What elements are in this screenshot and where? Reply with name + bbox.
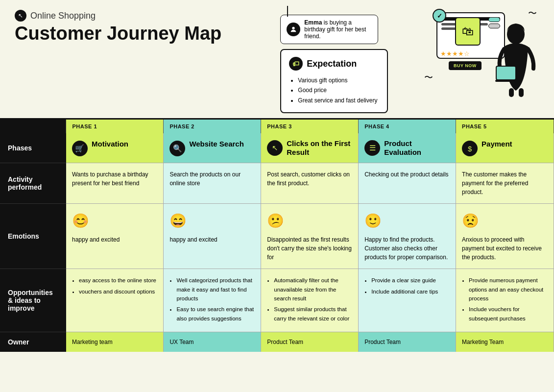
phase-2-header: PHASE 2 — [164, 119, 261, 134]
phase-3-label: PHASE 3 — [261, 120, 358, 133]
phase-1-opp-list: easy access to the online store vouchers… — [72, 276, 157, 296]
connector-line — [287, 6, 288, 17]
phase-3-title: Clicks on the First Result — [287, 139, 352, 157]
phase-3-icon: ↖ — [267, 140, 283, 156]
phase-3-owner: Product Team — [261, 332, 359, 352]
phase-4-icon: ☰ — [364, 140, 380, 156]
wave-decoration-2: 〜 — [424, 72, 433, 83]
phase-5-emotion-text: Anxious to proceed with payment but exci… — [462, 236, 542, 261]
phase-5-label: PHASE 5 — [456, 120, 554, 133]
phase-4-opp-2: Include additional care tips — [371, 287, 450, 296]
phase-3-opp-list: Automatically filter out the unavailable… — [267, 276, 352, 323]
emma-text: Emma is buying a birthday gift for her b… — [304, 19, 372, 40]
person-illustration — [495, 20, 537, 98]
phase-4-opp-list: Provide a clear size guide Include addit… — [364, 276, 450, 296]
phase-5-activity: The customer makes the payment for the p… — [456, 163, 554, 204]
expectation-list: Various gift options Good price Great se… — [289, 75, 379, 105]
phase-5-name-cell: $ Payment — [456, 133, 554, 163]
owner-label: Owner — [0, 332, 66, 352]
phase-4-header: PHASE 4 — [359, 119, 456, 134]
activity-label: Activity performed — [0, 163, 66, 204]
phase-5-opp-2: Include vouchers for subsequent purchase… — [469, 305, 548, 323]
phase-2-icon: 🔍 — [169, 141, 185, 156]
top-section: ↖ Online Shopping Customer Journey Map E… — [0, 0, 554, 118]
phase-5-title: Payment — [482, 140, 512, 148]
phase-4-emotion-text: Happy to find the products. Customer als… — [364, 236, 448, 261]
emma-avatar — [287, 23, 300, 36]
phases-row: Phases 🛒 Motivation 🔍 Website Search ↖ — [0, 133, 554, 163]
phase-5-header: PHASE 5 — [456, 119, 554, 134]
tag-icon: 🏷 — [289, 57, 303, 71]
phase-2-emoji: 😄 — [169, 211, 255, 231]
phase-3-opp-1: Automatically filter out the unavailable… — [274, 276, 352, 303]
main-title: Customer Journey Map — [15, 24, 221, 44]
phase-2-emotion: 😄 happy and excited — [164, 204, 261, 269]
phase-1-name-cell: 🛒 Motivation — [66, 133, 164, 163]
phase-5-icon: $ — [462, 141, 478, 156]
expectation-box: 🏷 Expectation Various gift options Good … — [280, 49, 388, 113]
product-bag: 🛍 — [455, 17, 481, 46]
buy-now-button: BUY NOW — [449, 61, 482, 70]
phase-4-emotion: 🙂 Happy to find the products. Customer a… — [359, 204, 456, 269]
phase-1-icon: 🛒 — [72, 141, 88, 156]
phase-3-activity: Post search, customer clicks on the firs… — [261, 163, 359, 204]
opportunities-row: Opportunities & ideas to improve easy ac… — [0, 269, 554, 332]
svg-rect-3 — [509, 88, 514, 97]
phase-1-opp: easy access to the online store vouchers… — [66, 269, 164, 332]
emotions-label: Emotions — [0, 204, 66, 269]
phase-4-owner: Product Team — [359, 332, 456, 352]
expectation-title: 🏷 Expectation — [289, 57, 379, 71]
phase-1-title: Motivation — [92, 140, 128, 148]
phase-3-emotion: 😕 Disappointed as the first results don'… — [261, 204, 359, 269]
opportunities-label: Opportunities & ideas to improve — [0, 269, 66, 332]
phase-1-emoji: 😊 — [72, 211, 157, 231]
phase-1-emotion: 😊 happy and excited — [66, 204, 164, 269]
phase-2-emotion-text: happy and excited — [169, 236, 217, 243]
phase-1-opp-1: easy access to the online store — [79, 276, 157, 285]
svg-rect-5 — [496, 66, 516, 80]
owner-row: Owner Marketing team UX Team Product Tea… — [0, 332, 554, 352]
phase-1-header: PHASE 1 — [66, 119, 164, 134]
checkmark-icon: ✓ — [433, 9, 446, 23]
phase-2-opp-1: Well categorized products that make it e… — [176, 276, 255, 303]
expectation-item-1: Various gift options — [298, 75, 379, 85]
svg-rect-4 — [519, 88, 524, 97]
phase-3-opp-2: Suggest similar products that carry the … — [274, 305, 352, 323]
emma-bubble: Emma is buying a birthday gift for her b… — [280, 15, 378, 44]
phase-2-owner: UX Team — [164, 332, 261, 352]
title-area: ↖ Online Shopping Customer Journey Map — [15, 10, 241, 44]
phase-4-title: Product Evaluation — [384, 139, 450, 157]
emotions-row: Emotions 😊 happy and excited 😄 happy and… — [0, 204, 554, 269]
phase-1-label: PHASE 1 — [66, 120, 163, 133]
phase-4-label: PHASE 4 — [359, 120, 456, 133]
phases-label: Phases — [0, 133, 66, 163]
phase-3-opp: Automatically filter out the unavailable… — [261, 269, 359, 332]
phase-2-opp-list: Well categorized products that make it e… — [169, 276, 255, 323]
wave-decoration: 〜 — [528, 7, 537, 19]
phase-5-owner: Marketing Team — [456, 332, 554, 352]
phase-3-emoji: 😕 — [267, 211, 352, 231]
activity-row: Activity performed Wants to purchase a b… — [0, 163, 554, 204]
phase-2-title: Website Search — [189, 140, 243, 148]
phase-5-emoji: 😟 — [462, 211, 548, 231]
cursor-icon: ↖ — [15, 10, 26, 22]
phase-4-activity: Checking out the product details — [359, 163, 456, 204]
phase-4-name-cell: ☰ Product Evaluation — [359, 133, 456, 163]
title-subtitle: ↖ Online Shopping — [15, 10, 221, 22]
phase-3-name-cell: ↖ Clicks on the First Result — [261, 133, 359, 163]
expectation-section: Emma is buying a birthday gift for her b… — [280, 15, 388, 113]
star-rating: ★★★★☆ — [440, 50, 470, 57]
illustration: 🛍 ★★★★☆ BUY NOW ✓ — [422, 5, 539, 98]
expectation-item-2: Good price — [298, 85, 379, 95]
phase-5-opp-1: Provide numerous payment options and an … — [469, 276, 548, 303]
phase-5-opp-list: Provide numerous payment options and an … — [462, 276, 548, 323]
journey-map: PHASE 1 PHASE 2 PHASE 3 PHASE 4 PHASE 5 … — [0, 118, 554, 357]
phase-4-emoji: 🙂 — [364, 211, 450, 231]
phase-1-activity: Wants to purchase a birthday present for… — [66, 163, 164, 204]
phase-4-opp-1: Provide a clear size guide — [371, 276, 450, 285]
phase-5-emotion: 😟 Anxious to proceed with payment but ex… — [456, 204, 554, 269]
phase-header-row: PHASE 1 PHASE 2 PHASE 3 PHASE 4 PHASE 5 — [0, 119, 554, 134]
svg-rect-6 — [495, 80, 517, 82]
phase-5-opp: Provide numerous payment options and an … — [456, 269, 554, 332]
phase-3-header: PHASE 3 — [261, 119, 359, 134]
